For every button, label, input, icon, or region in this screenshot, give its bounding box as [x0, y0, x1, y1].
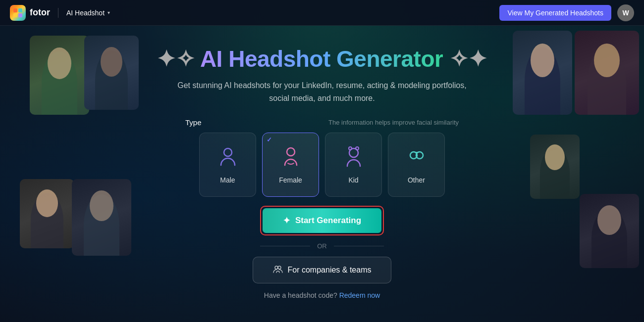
svg-point-8 [356, 147, 359, 150]
other-icon [406, 145, 428, 169]
sparkle-right-icon: ✧✦ [449, 46, 487, 72]
male-label: Male [220, 176, 235, 184]
male-icon [217, 145, 239, 169]
or-divider: OR [260, 242, 384, 250]
main-content: ✦✧ AI Headshot Generator ✧✦ Get stunning… [0, 26, 644, 299]
type-header: Type The information helps improve facia… [183, 118, 461, 127]
svg-point-13 [278, 266, 281, 269]
subtitle: Get stunning AI headshots for your Linke… [177, 79, 466, 104]
redeem-section: Have a headshot code? Redeem now [264, 291, 380, 299]
type-section: Type The information helps improve facia… [183, 118, 461, 299]
teams-icon [273, 264, 283, 276]
nav-menu-label: AI Headshot [66, 9, 105, 17]
companies-btn-label: For companies & teams [288, 266, 372, 275]
redeem-link[interactable]: Redeem now [339, 291, 380, 299]
navbar-right: View My Generated Headshots W [499, 4, 634, 21]
or-text: OR [317, 242, 327, 250]
svg-point-12 [275, 266, 278, 269]
navbar: fotor AI Headshot ▾ View My Generated He… [0, 0, 644, 26]
kid-label: Kid [348, 176, 358, 184]
view-headshots-button[interactable]: View My Generated Headshots [499, 5, 611, 21]
nav-divider [58, 8, 58, 18]
logo-icon [10, 5, 26, 21]
start-btn-label: Start Generating [295, 216, 361, 226]
or-line-right [334, 246, 384, 246]
type-hint: The information helps improve facial sim… [328, 119, 459, 126]
navbar-left: fotor AI Headshot ▾ [10, 5, 110, 21]
type-card-other[interactable]: Other [388, 133, 445, 197]
companies-teams-button[interactable]: For companies & teams [253, 257, 392, 283]
logo-text: fotor [30, 7, 50, 18]
or-line-left [260, 246, 310, 246]
other-label: Other [408, 176, 425, 184]
svg-rect-3 [18, 13, 22, 17]
type-label: Type [185, 118, 202, 127]
start-btn-wrapper: ✦ Start Generating [260, 206, 384, 235]
subtitle-line2: social media, and much more. [269, 94, 375, 102]
type-cards: Male Female [199, 133, 445, 197]
wand-icon: ✦ [283, 215, 290, 226]
svg-rect-0 [13, 8, 17, 12]
type-card-female[interactable]: Female [262, 133, 319, 197]
redeem-prefix: Have a headshot code? [264, 291, 337, 299]
svg-point-4 [224, 148, 232, 156]
female-icon [280, 145, 302, 169]
svg-rect-2 [13, 13, 17, 17]
type-card-male[interactable]: Male [199, 133, 256, 197]
title-text: AI Headshot Generator [200, 46, 443, 72]
svg-point-5 [287, 148, 295, 156]
svg-rect-1 [18, 8, 22, 12]
svg-point-7 [349, 147, 352, 150]
sparkle-left-icon: ✦✧ [157, 46, 195, 72]
female-label: Female [279, 176, 302, 184]
page-title: ✦✧ AI Headshot Generator ✧✦ [157, 46, 487, 72]
fotor-logo[interactable]: fotor [10, 5, 50, 21]
chevron-down-icon: ▾ [107, 10, 110, 15]
kid-icon [343, 145, 365, 169]
start-generating-button[interactable]: ✦ Start Generating [263, 208, 381, 233]
user-avatar[interactable]: W [617, 4, 634, 21]
type-card-kid[interactable]: Kid [325, 133, 382, 197]
subtitle-line1: Get stunning AI headshots for your Linke… [177, 81, 466, 90]
ai-headshot-menu[interactable]: AI Headshot ▾ [66, 9, 110, 17]
